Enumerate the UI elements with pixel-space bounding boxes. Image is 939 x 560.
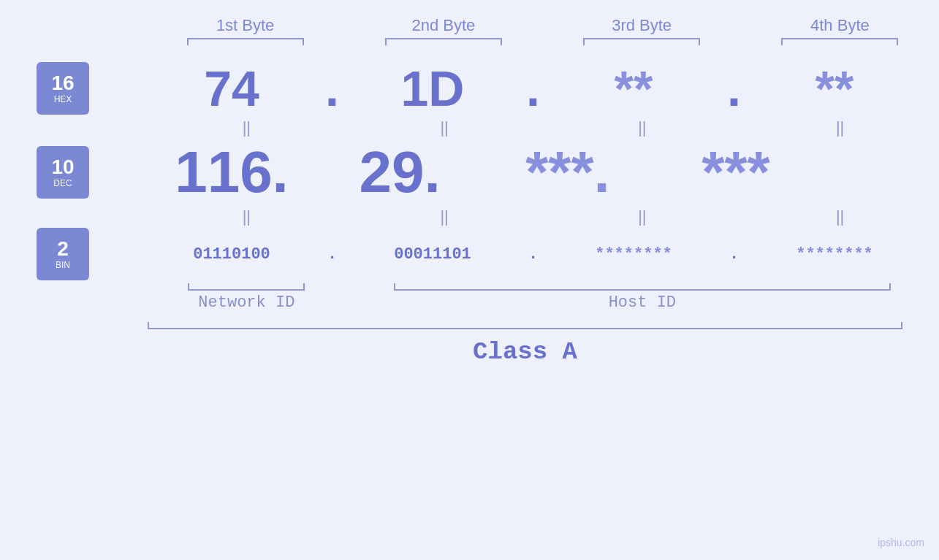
hex-dot-2: .: [517, 60, 550, 117]
byte-4-header: 4th Byte: [741, 16, 939, 35]
eq2-b1: ||: [148, 207, 346, 226]
hex-badge-number: 16: [51, 72, 74, 95]
eq-b1: ||: [148, 118, 346, 137]
byte-3-header: 3rd Byte: [543, 16, 741, 35]
hex-badge-base: HEX: [54, 94, 72, 104]
hex-values: 74 . 1D . ** . **: [148, 60, 919, 117]
bracket-b2: [344, 38, 542, 45]
bin-badge-base: BIN: [56, 260, 70, 270]
dec-b3: ***.: [484, 139, 652, 206]
byte-headers-row: 1st Byte 2nd Byte 3rd Byte 4th Byte: [146, 16, 939, 35]
class-section: Class A: [148, 322, 902, 366]
dec-row: 10 DEC 116. 29. ***. ***: [37, 139, 939, 206]
hex-dot-3: .: [718, 60, 750, 117]
bin-b1: 01110100: [148, 245, 316, 264]
host-bottom-bracket: [346, 283, 939, 291]
dec-badge-base: DEC: [53, 178, 72, 188]
eq2-b2: ||: [346, 207, 544, 226]
class-bracket-line: [148, 322, 902, 329]
byte-1-header: 1st Byte: [146, 16, 344, 35]
dec-b1: 116.: [148, 139, 316, 206]
hex-b2: 1D: [349, 60, 517, 117]
bin-b4: ********: [750, 245, 919, 264]
bin-dot-1: .: [316, 245, 349, 264]
bin-badge-number: 2: [57, 238, 69, 261]
equals-row-1: || || || ||: [148, 117, 939, 139]
bracket-b4: [741, 38, 939, 45]
eq2-b4: ||: [741, 207, 939, 226]
bin-dot-2: .: [517, 245, 550, 264]
class-text-row: Class A: [148, 338, 902, 366]
host-bracket-line: [394, 283, 891, 291]
watermark: ipshu.com: [878, 537, 924, 548]
bin-b3: ********: [550, 245, 718, 264]
eq-b3: ||: [544, 118, 742, 137]
hex-dot-1: .: [316, 60, 349, 117]
net-bottom-bracket: [148, 283, 346, 291]
top-brackets-row: [146, 38, 939, 45]
dec-badge-number: 10: [51, 156, 74, 179]
bin-values: 01110100 . 00011101 . ******** . *******…: [148, 245, 919, 264]
bin-b2: 00011101: [349, 245, 517, 264]
dec-b4: ***: [652, 139, 820, 206]
id-labels-row: Network ID Host ID: [148, 294, 939, 312]
equals-row-2: || || || ||: [148, 206, 939, 228]
net-bracket-line: [188, 283, 305, 291]
hex-b4: **: [750, 60, 919, 117]
bin-dot-3: .: [718, 245, 750, 264]
eq-b2: ||: [346, 118, 544, 137]
top-section: 1st Byte 2nd Byte 3rd Byte 4th Byte: [0, 0, 939, 53]
main-layout: 1st Byte 2nd Byte 3rd Byte 4th Byte 16 H…: [0, 0, 939, 560]
hex-b3: **: [550, 60, 718, 117]
hex-b1: 74: [148, 60, 316, 117]
bracket-b3: [543, 38, 741, 45]
dec-values: 116. 29. ***. ***: [148, 139, 820, 206]
bin-row: 2 BIN 01110100 . 00011101 . ******** . *…: [37, 228, 939, 280]
byte-2-header: 2nd Byte: [344, 16, 542, 35]
dec-b2: 29.: [316, 139, 484, 206]
network-id-label: Network ID: [148, 294, 346, 312]
hex-row: 16 HEX 74 . 1D . ** . **: [37, 60, 939, 117]
host-id-label: Host ID: [346, 294, 939, 312]
hex-badge: 16 HEX: [37, 62, 89, 115]
class-label: Class A: [473, 338, 577, 366]
bracket-b1: [146, 38, 344, 45]
bottom-brackets-row: [148, 283, 939, 291]
eq2-b3: ||: [544, 207, 742, 226]
bin-badge: 2 BIN: [37, 228, 89, 280]
dec-badge: 10 DEC: [37, 146, 89, 199]
eq-b4: ||: [741, 118, 939, 137]
